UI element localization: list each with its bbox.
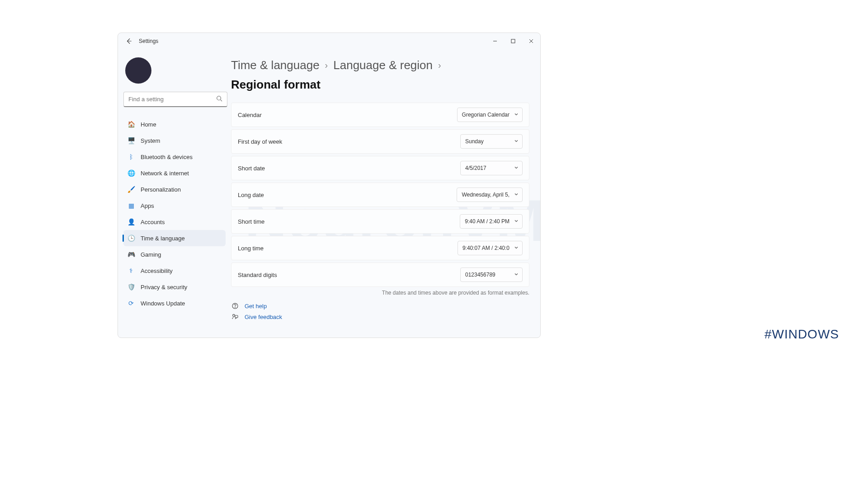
dropdown-short-date[interactable]: 4/5/2017 bbox=[460, 161, 523, 175]
nav-icon: 🕒 bbox=[127, 234, 135, 242]
sidebar-item-time-language[interactable]: 🕒Time & language bbox=[123, 230, 226, 246]
main-panel: Time & language › Language & region › Re… bbox=[231, 49, 540, 338]
nav-icon: 🖌️ bbox=[127, 185, 135, 193]
sidebar-item-accessibility[interactable]: ⚕Accessibility bbox=[123, 263, 226, 279]
sidebar-item-label: Apps bbox=[141, 202, 154, 209]
help-icon bbox=[231, 302, 239, 310]
nav-icon: 🖥️ bbox=[127, 136, 135, 145]
give-feedback-label: Give feedback bbox=[245, 314, 282, 320]
feedback-icon bbox=[231, 313, 239, 320]
nav-icon: 🌐 bbox=[127, 169, 135, 177]
nav-icon: ⚕ bbox=[127, 267, 135, 275]
sidebar-item-system[interactable]: 🖥️System bbox=[123, 132, 226, 149]
nav-icon: 🛡️ bbox=[127, 283, 135, 291]
dropdown-value: 4/5/2017 bbox=[465, 165, 486, 171]
svg-point-4 bbox=[217, 96, 221, 100]
sidebar-item-label: System bbox=[141, 137, 160, 144]
window-controls bbox=[486, 33, 540, 49]
chevron-down-icon bbox=[514, 245, 519, 251]
titlebar: Settings bbox=[118, 33, 540, 49]
dropdown-value: 9:40:07 AM / 2:40:0 bbox=[462, 245, 509, 251]
setting-label: First day of week bbox=[238, 138, 282, 145]
hashtag-windows: #WINDOWS bbox=[764, 327, 839, 342]
search-box[interactable] bbox=[123, 92, 227, 107]
sidebar-item-gaming[interactable]: 🎮Gaming bbox=[123, 246, 226, 263]
settings-rows: CalendarGregorian CalendarFirst day of w… bbox=[231, 103, 529, 287]
format-examples-note: The dates and times above are provided a… bbox=[231, 290, 529, 296]
sidebar-item-accounts[interactable]: 👤Accounts bbox=[123, 214, 226, 230]
sidebar-item-windows-update[interactable]: ⟳Windows Update bbox=[123, 295, 226, 311]
dropdown-value: Sunday bbox=[465, 138, 484, 145]
setting-row-first-day-of-week: First day of weekSunday bbox=[231, 129, 529, 154]
sidebar-item-personalization[interactable]: 🖌️Personalization bbox=[123, 181, 226, 197]
search-input[interactable] bbox=[128, 96, 216, 103]
settings-window: NeuronVM Settings bbox=[118, 33, 541, 338]
give-feedback-link[interactable]: Give feedback bbox=[231, 313, 529, 320]
breadcrumb: Time & language › Language & region › Re… bbox=[231, 58, 529, 92]
setting-row-short-date: Short date4/5/2017 bbox=[231, 156, 529, 180]
sidebar-item-label: Privacy & security bbox=[141, 284, 187, 291]
search-icon bbox=[216, 95, 222, 103]
dropdown-value: 9:40 AM / 2:40 PM bbox=[465, 218, 509, 225]
sidebar-item-network-internet[interactable]: 🌐Network & internet bbox=[123, 165, 226, 181]
nav-icon: 🎮 bbox=[127, 250, 135, 258]
nav-icon: ▦ bbox=[127, 202, 135, 210]
setting-label: Short time bbox=[238, 218, 264, 225]
sidebar-item-label: Network & internet bbox=[141, 170, 189, 177]
breadcrumb-time-language[interactable]: Time & language bbox=[231, 58, 320, 72]
nav-icon: 👤 bbox=[127, 218, 135, 226]
chevron-down-icon bbox=[514, 218, 519, 225]
sidebar-item-home[interactable]: 🏠Home bbox=[123, 116, 226, 132]
svg-rect-1 bbox=[511, 39, 515, 43]
window-content: 🏠Home🖥️SystemᛒBluetooth & devices🌐Networ… bbox=[118, 49, 540, 338]
dropdown-first-day-of-week[interactable]: Sunday bbox=[460, 134, 523, 149]
chevron-down-icon bbox=[514, 272, 519, 278]
svg-point-8 bbox=[233, 314, 235, 317]
chevron-down-icon bbox=[514, 112, 519, 118]
close-button[interactable] bbox=[522, 33, 540, 49]
dropdown-calendar[interactable]: Gregorian Calendar bbox=[457, 108, 523, 122]
sidebar-item-label: Accounts bbox=[141, 219, 165, 225]
chevron-right-icon: › bbox=[325, 60, 328, 70]
sidebar: 🏠Home🖥️SystemᛒBluetooth & devices🌐Networ… bbox=[118, 49, 231, 338]
svg-rect-9 bbox=[235, 315, 238, 318]
setting-label: Calendar bbox=[238, 112, 262, 118]
setting-label: Long date bbox=[238, 192, 264, 198]
chevron-down-icon bbox=[514, 165, 519, 171]
dropdown-long-date[interactable]: Wednesday, April 5, bbox=[457, 188, 523, 202]
svg-point-7 bbox=[235, 307, 236, 308]
chevron-down-icon bbox=[514, 138, 519, 145]
dropdown-standard-digits[interactable]: 0123456789 bbox=[460, 267, 523, 282]
dropdown-value: 0123456789 bbox=[465, 272, 495, 278]
maximize-button[interactable] bbox=[504, 33, 522, 49]
get-help-label: Get help bbox=[245, 303, 267, 310]
sidebar-item-label: Gaming bbox=[141, 251, 161, 258]
minimize-button[interactable] bbox=[486, 33, 504, 49]
sidebar-item-bluetooth-devices[interactable]: ᛒBluetooth & devices bbox=[123, 149, 226, 165]
app-title: Settings bbox=[139, 38, 158, 44]
setting-label: Standard digits bbox=[238, 272, 277, 278]
nav-icon: ᛒ bbox=[127, 153, 135, 161]
dropdown-value: Gregorian Calendar bbox=[462, 112, 509, 118]
user-avatar[interactable] bbox=[125, 57, 151, 84]
dropdown-short-time[interactable]: 9:40 AM / 2:40 PM bbox=[460, 214, 523, 229]
dropdown-long-time[interactable]: 9:40:07 AM / 2:40:0 bbox=[458, 241, 523, 255]
sidebar-item-privacy-security[interactable]: 🛡️Privacy & security bbox=[123, 279, 226, 295]
setting-label: Short date bbox=[238, 165, 265, 172]
nav-list: 🏠Home🖥️SystemᛒBluetooth & devices🌐Networ… bbox=[123, 116, 226, 311]
sidebar-item-label: Personalization bbox=[141, 186, 181, 193]
nav-icon: ⟳ bbox=[127, 299, 135, 307]
get-help-link[interactable]: Get help bbox=[231, 302, 529, 310]
back-button[interactable] bbox=[123, 35, 135, 47]
sidebar-item-label: Windows Update bbox=[141, 300, 185, 307]
breadcrumb-regional-format: Regional format bbox=[231, 78, 321, 92]
svg-line-5 bbox=[221, 99, 222, 101]
chevron-right-icon: › bbox=[438, 60, 441, 70]
sidebar-item-label: Time & language bbox=[141, 235, 185, 242]
sidebar-item-apps[interactable]: ▦Apps bbox=[123, 197, 226, 214]
breadcrumb-language-region[interactable]: Language & region bbox=[333, 58, 433, 72]
setting-row-long-time: Long time9:40:07 AM / 2:40:0 bbox=[231, 236, 529, 260]
setting-label: Long time bbox=[238, 245, 264, 252]
nav-icon: 🏠 bbox=[127, 120, 135, 128]
setting-row-standard-digits: Standard digits0123456789 bbox=[231, 263, 529, 287]
